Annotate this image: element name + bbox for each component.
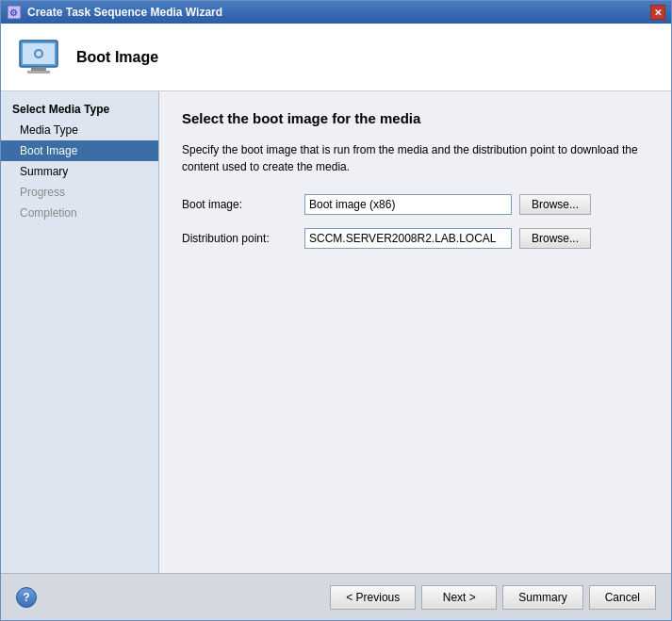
distribution-point-browse-button[interactable]: Browse...: [519, 228, 591, 249]
boot-image-browse-button[interactable]: Browse...: [519, 194, 591, 215]
svg-rect-4: [31, 67, 46, 71]
wizard-icon: ⚙: [7, 5, 22, 20]
svg-text:⚙: ⚙: [9, 8, 18, 18]
sidebar-item-media-type[interactable]: Media Type: [1, 120, 158, 140]
content-description: Specify the boot image that is run from …: [182, 141, 644, 175]
sidebar: Select Media Type Media Type Boot Image …: [1, 91, 159, 573]
content-area: Select the boot image for the media Spec…: [159, 91, 671, 573]
title-bar-left: ⚙ Create Task Sequence Media Wizard: [7, 5, 222, 20]
boot-image-icon: [16, 35, 61, 80]
footer-left: ?: [16, 587, 37, 608]
cancel-button[interactable]: Cancel: [589, 585, 656, 610]
sidebar-item-summary[interactable]: Summary: [1, 161, 158, 182]
distribution-point-row: Distribution point: Browse...: [182, 228, 648, 249]
sidebar-item-boot-image[interactable]: Boot Image: [1, 140, 158, 161]
distribution-point-label: Distribution point:: [182, 232, 304, 245]
header-area: Boot Image: [1, 24, 671, 91]
next-button[interactable]: Next >: [421, 585, 497, 610]
main-area: Select Media Type Media Type Boot Image …: [1, 91, 671, 573]
boot-image-label: Boot image:: [182, 198, 304, 211]
footer: ? < Previous Next > Summary Cancel: [1, 573, 671, 620]
distribution-point-input[interactable]: [304, 228, 512, 249]
window-title: Create Task Sequence Media Wizard: [27, 6, 222, 19]
wizard-window: ⚙ Create Task Sequence Media Wizard ✕ Bo…: [0, 0, 672, 621]
previous-button[interactable]: < Previous: [330, 585, 416, 610]
sidebar-section-title: Select Media Type: [1, 99, 158, 120]
close-button[interactable]: ✕: [650, 5, 665, 20]
title-bar: ⚙ Create Task Sequence Media Wizard ✕: [1, 1, 671, 24]
help-button[interactable]: ?: [16, 587, 37, 608]
summary-button[interactable]: Summary: [502, 585, 582, 610]
sidebar-item-progress: Progress: [1, 182, 158, 203]
boot-image-row: Boot image: Browse...: [182, 194, 648, 215]
boot-image-input[interactable]: [304, 194, 512, 215]
content-title: Select the boot image for the media: [182, 110, 648, 126]
svg-point-7: [36, 51, 41, 57]
svg-rect-5: [27, 71, 50, 74]
header-title: Boot Image: [76, 49, 158, 66]
sidebar-item-completion: Completion: [1, 203, 158, 223]
